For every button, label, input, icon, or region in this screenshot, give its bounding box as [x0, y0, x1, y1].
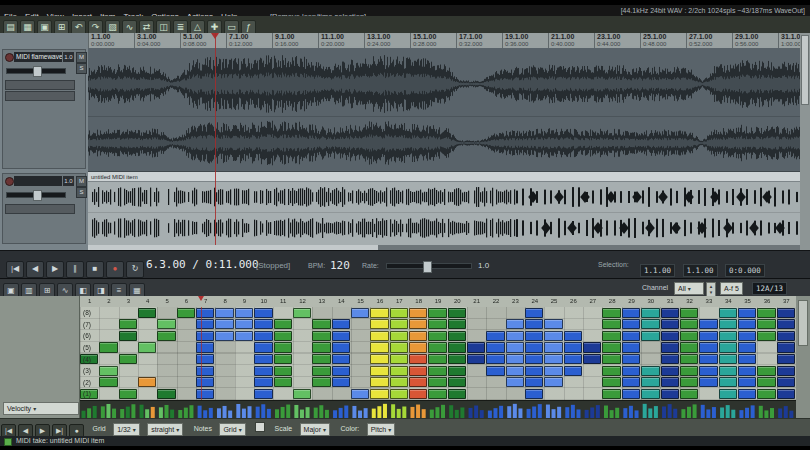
midi-note[interactable] [312, 331, 330, 341]
midi-note[interactable] [544, 366, 562, 376]
midi-note[interactable] [738, 377, 756, 387]
midi-note[interactable] [641, 308, 659, 318]
midi-note[interactable] [525, 308, 543, 318]
midi-note[interactable] [390, 342, 408, 352]
midi-note[interactable] [738, 366, 756, 376]
rewind-button[interactable]: ◀ [26, 261, 44, 278]
midi-note[interactable] [719, 331, 737, 341]
midi-note[interactable] [525, 331, 543, 341]
midi-note[interactable] [428, 354, 446, 364]
midi-note[interactable] [777, 377, 795, 387]
volume-slider-handle[interactable] [33, 66, 42, 77]
midi-note[interactable] [622, 342, 640, 352]
midi-note[interactable] [254, 354, 272, 364]
midi-note[interactable] [274, 331, 292, 341]
midi-note[interactable] [119, 319, 137, 329]
midi-note[interactable] [719, 342, 737, 352]
midi-note[interactable] [254, 308, 272, 318]
selection-end-field[interactable]: 1.1.00 [683, 264, 718, 277]
arrange-vertical-scrollbar[interactable] [800, 33, 810, 250]
midi-note[interactable] [525, 354, 543, 364]
midi-note[interactable] [293, 308, 311, 318]
midi-note[interactable] [332, 377, 350, 387]
midi-note[interactable] [757, 389, 775, 399]
midi-note[interactable] [254, 389, 272, 399]
midi-note[interactable] [390, 377, 408, 387]
midi-note[interactable] [312, 319, 330, 329]
midi-note[interactable] [332, 319, 350, 329]
midi-note[interactable] [448, 319, 466, 329]
midi-note[interactable] [293, 389, 311, 399]
midi-note[interactable] [370, 319, 388, 329]
midi-note[interactable] [661, 342, 679, 352]
midi-note[interactable] [254, 377, 272, 387]
midi-note[interactable] [738, 354, 756, 364]
midi-note[interactable] [196, 366, 214, 376]
midi-note[interactable] [177, 308, 195, 318]
midi-note[interactable] [757, 331, 775, 341]
midi-note[interactable] [544, 331, 562, 341]
midi-note[interactable] [506, 366, 524, 376]
midi-note[interactable] [583, 354, 601, 364]
midi-note[interactable] [757, 319, 775, 329]
midi-note[interactable] [544, 377, 562, 387]
midi-note[interactable] [235, 319, 253, 329]
midi-note[interactable] [680, 319, 698, 329]
velocity-bars[interactable] [80, 401, 796, 419]
midi-note[interactable] [99, 377, 117, 387]
midi-note[interactable] [544, 319, 562, 329]
midi-note[interactable] [641, 366, 659, 376]
midi-note[interactable] [777, 354, 795, 364]
midi-note[interactable] [196, 342, 214, 352]
midi-note[interactable] [757, 308, 775, 318]
rate-slider-handle[interactable] [423, 261, 432, 273]
scale-type-select[interactable]: Major▾ [300, 423, 331, 436]
stop-button[interactable]: ■ [86, 261, 104, 278]
midi-note[interactable] [757, 377, 775, 387]
midi-note[interactable] [370, 342, 388, 352]
midi-note[interactable] [661, 331, 679, 341]
midi-note[interactable] [680, 354, 698, 364]
midi-note[interactable] [661, 308, 679, 318]
midi-note[interactable] [661, 354, 679, 364]
midi-note[interactable] [777, 389, 795, 399]
midi-note[interactable] [196, 377, 214, 387]
midi-note[interactable] [235, 331, 253, 341]
midi-note[interactable] [506, 377, 524, 387]
solo-button[interactable]: S [76, 187, 87, 198]
midi-note[interactable] [390, 331, 408, 341]
midi-note[interactable] [699, 331, 717, 341]
midi-note[interactable] [409, 377, 427, 387]
midi-note[interactable] [409, 366, 427, 376]
midi-note[interactable] [506, 354, 524, 364]
volume-slider[interactable] [6, 68, 66, 74]
midi-note[interactable] [680, 377, 698, 387]
track-env-row[interactable] [5, 91, 75, 101]
midi-note[interactable] [506, 342, 524, 352]
midi-note[interactable] [622, 308, 640, 318]
midi-note[interactable] [602, 377, 620, 387]
midi-note[interactable] [467, 342, 485, 352]
midi-note[interactable] [699, 366, 717, 376]
cc-lane-select[interactable]: Velocity▾ [3, 402, 79, 415]
midi-note[interactable] [622, 366, 640, 376]
midi-item-preview[interactable] [88, 182, 800, 245]
midi-note[interactable] [409, 389, 427, 399]
midi-note[interactable] [448, 377, 466, 387]
midi-note[interactable] [390, 354, 408, 364]
midi-note[interactable] [738, 308, 756, 318]
audio-track-lane[interactable] [88, 48, 800, 171]
midi-note[interactable] [486, 342, 504, 352]
midi-note[interactable] [699, 377, 717, 387]
midi-note[interactable] [312, 342, 330, 352]
midi-note[interactable] [641, 319, 659, 329]
midi-note[interactable] [370, 389, 388, 399]
midi-note[interactable] [622, 319, 640, 329]
midi-note[interactable] [274, 354, 292, 364]
midi-note[interactable] [428, 342, 446, 352]
midi-note[interactable] [448, 366, 466, 376]
audio-waveform-item[interactable] [88, 48, 800, 171]
midi-note[interactable] [486, 354, 504, 364]
midi-note[interactable] [583, 342, 601, 352]
midi-note[interactable] [215, 308, 233, 318]
